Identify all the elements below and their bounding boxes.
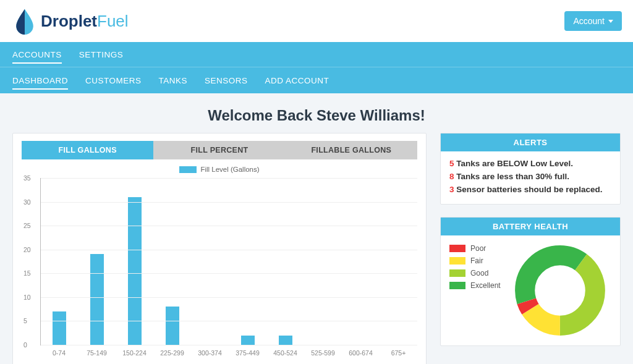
y-tick: 15 (23, 269, 31, 277)
chevron-down-icon (608, 20, 613, 23)
x-tick: 75-149 (78, 345, 116, 357)
x-tick: 600-674 (342, 345, 380, 357)
nav-secondary-dashboard[interactable]: DASHBOARD (12, 75, 68, 87)
y-tick: 10 (23, 294, 31, 301)
battery-legend-item: Good (449, 269, 501, 277)
x-tick: 150-224 (116, 345, 153, 357)
y-tick: 0 (23, 341, 27, 349)
chart-legend: Fill Level (Gallons) (22, 166, 417, 173)
alerts-panel: ALERTS 5 Tanks are BELOW Low Level.8 Tan… (440, 133, 621, 205)
nav-secondary-tanks[interactable]: TANKS (159, 75, 188, 87)
legend-swatch (449, 269, 465, 277)
legend-label: Fill Level (Gallons) (200, 166, 259, 173)
chart-tabs: FILL GALLONSFILL PERCENTFILLABLE GALLONS (22, 141, 417, 159)
legend-swatch (449, 245, 465, 252)
account-menu-button[interactable]: Account (564, 11, 622, 31)
bar-75-149 (90, 254, 104, 345)
alert-text: Sensor batteries should be replaced. (454, 185, 603, 194)
bar-chart: 05101520253035 (40, 178, 417, 345)
legend-label: Fair (470, 256, 483, 265)
y-tick: 30 (23, 198, 31, 206)
logo-text: DropletFuel (41, 12, 129, 31)
x-tick: 225-299 (153, 345, 191, 357)
battery-title: BATTERY HEALTH (441, 218, 620, 235)
y-tick: 20 (23, 246, 31, 253)
legend-swatch (449, 257, 465, 265)
alert-item: 8 Tanks are less than 30% full. (449, 171, 611, 184)
battery-donut (509, 244, 611, 337)
legend-swatch (449, 282, 465, 289)
alerts-title: ALERTS (441, 133, 620, 151)
battery-legend-item: Fair (449, 256, 501, 265)
x-tick: 0-74 (40, 345, 78, 357)
nav-secondary-customers[interactable]: CUSTOMERS (85, 75, 142, 87)
x-tick: 375-449 (229, 345, 266, 357)
alert-text: Tanks are BELOW Low Level. (454, 159, 574, 168)
nav-secondary-add-account[interactable]: ADD ACCOUNT (265, 75, 329, 87)
logo: DropletFuel (11, 7, 129, 35)
battery-legend-item: Poor (449, 244, 501, 253)
nav-primary-settings[interactable]: SETTINGS (79, 49, 124, 61)
alert-count: 8 (449, 172, 454, 181)
nav-secondary-sensors[interactable]: SENSORS (205, 75, 248, 87)
bar-225-299 (166, 307, 179, 345)
battery-legend-item: Excellent (449, 281, 501, 290)
legend-label: Good (470, 269, 488, 277)
tab-fill-gallons[interactable]: FILL GALLONS (22, 141, 153, 159)
x-tick: 675+ (380, 345, 417, 357)
primary-nav: ACCOUNTSSETTINGS (0, 42, 633, 67)
alert-count: 3 (449, 185, 454, 194)
alert-count: 5 (449, 159, 454, 168)
tab-fill-percent[interactable]: FILL PERCENT (153, 141, 285, 159)
battery-legend: PoorFairGoodExcellent (449, 244, 501, 337)
legend-swatch (179, 166, 197, 173)
bar-450-524 (279, 336, 292, 345)
x-tick: 450-524 (266, 345, 304, 357)
bar-375-449 (241, 336, 255, 345)
tab-fillable-gallons[interactable]: FILLABLE GALLONS (286, 141, 417, 159)
bar-0-74 (53, 311, 66, 345)
alert-item: 3 Sensor batteries should be replaced. (449, 184, 611, 197)
x-tick: 525-599 (304, 345, 342, 357)
secondary-nav: DASHBOARDCUSTOMERSTANKSSENSORSADD ACCOUN… (0, 67, 633, 93)
y-tick: 35 (23, 174, 31, 182)
page-title: Welcome Back Steve Williams! (12, 107, 621, 124)
legend-label: Excellent (470, 281, 501, 290)
x-tick: 300-374 (191, 345, 229, 357)
fill-chart-panel: FILL GALLONSFILL PERCENTFILLABLE GALLONS… (12, 133, 427, 364)
legend-label: Poor (470, 244, 486, 253)
alert-item: 5 Tanks are BELOW Low Level. (449, 158, 611, 171)
alert-text: Tanks are less than 30% full. (454, 172, 570, 181)
y-tick: 25 (23, 222, 31, 229)
alerts-body: 5 Tanks are BELOW Low Level.8 Tanks are … (441, 151, 620, 204)
donut-slice-poor (525, 255, 596, 326)
bar-150-224 (128, 197, 142, 345)
battery-panel: BATTERY HEALTH PoorFairGoodExcellent (440, 217, 621, 346)
nav-primary-accounts[interactable]: ACCOUNTS (12, 49, 62, 61)
account-menu-label: Account (573, 16, 605, 26)
droplet-icon (11, 7, 38, 35)
y-tick: 5 (23, 317, 27, 324)
